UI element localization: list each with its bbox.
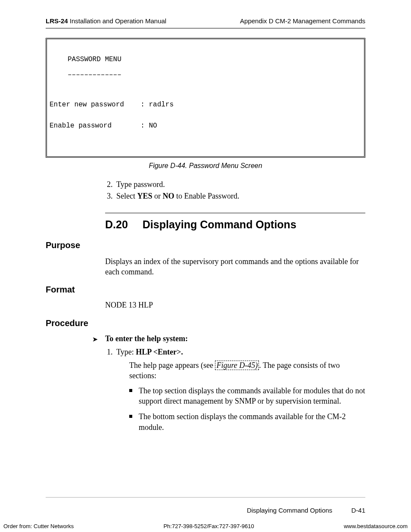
header-right: Appendix D CM-2 Management Commands (240, 17, 365, 25)
row1-label: Enter new password (50, 101, 124, 109)
step3-or: or (153, 192, 163, 200)
section-heading: D.20Displaying Command Options (105, 218, 365, 231)
footer-site: www.bestdatasource.com (344, 523, 408, 529)
screenbox-row-1: Enter new password : radlrs (50, 100, 364, 110)
section-divider (105, 213, 365, 213)
arrow-icon: ➤ (92, 335, 98, 343)
row2-label: Enable password (50, 122, 112, 130)
header-left-bold: LRS-24 (46, 17, 68, 25)
step3-yes: YES (137, 192, 152, 200)
screenbox-row-2: Enable password : NO (50, 121, 364, 131)
sections-list: The top section displays the commands av… (129, 386, 365, 432)
procedure-step-1: Type: HLP <Enter>. The help page appears… (115, 348, 365, 432)
page: LRS-24 Installation and Operation Manual… (0, 0, 411, 532)
header-left: LRS-24 Installation and Operation Manual (46, 17, 166, 25)
footer-order: Order from: Cutter Networks (3, 523, 74, 529)
procedure-lead: To enter the help system: (105, 334, 365, 343)
screenbox-title: PASSWORD MENU (68, 54, 364, 65)
figure-d45-link[interactable]: Figure D-45) (215, 361, 259, 370)
password-menu-screenbox: PASSWORD MENU ––––––––––––– Enter new pa… (46, 38, 365, 158)
footer-running-title: Displaying Command Options (247, 507, 332, 514)
purpose-text: Displays an index of the supervisory por… (105, 256, 365, 277)
figure-d44-caption: Figure D-44. Password Menu Screen (46, 162, 365, 170)
step-3: Select YES or NO to Enable Password. (115, 192, 365, 201)
running-header: LRS-24 Installation and Operation Manual… (46, 17, 365, 28)
footer-phone: Ph:727-398-5252/Fax:727-397-9610 (163, 523, 254, 529)
bullet-top-section: The top section displays the commands av… (129, 386, 365, 407)
sub-a: The help page appears (see (129, 361, 215, 370)
header-left-rest: Installation and Operation Manual (68, 17, 166, 25)
purpose-heading: Purpose (46, 240, 365, 250)
procedure-block: ➤ To enter the help system: Type: HLP <E… (92, 334, 365, 432)
step1-subpara: The help page appears (see Figure D-45).… (129, 360, 365, 381)
footer-running: Displaying Command Options D-41 (247, 507, 365, 514)
procedure-heading: Procedure (46, 318, 365, 328)
step3-part-b: to Enable Password. (174, 192, 240, 200)
steps-continuation: Type password. Select YES or NO to Enabl… (105, 180, 365, 201)
procedure-steps: Type: HLP <Enter>. The help page appears… (105, 348, 365, 432)
bullet-bottom-section: The bottom section displays the commands… (129, 411, 365, 432)
step1-prefix: Type: (116, 348, 136, 356)
section-title-text: Displaying Command Options (143, 218, 296, 230)
step1-bold: HLP <Enter>. (136, 348, 183, 356)
step-2: Type password. (115, 180, 365, 189)
format-heading: Format (46, 285, 365, 295)
section-number: D.20 (105, 218, 128, 230)
row1-value: : radlrs (140, 101, 174, 109)
footer-page-number: D-41 (351, 507, 365, 514)
step3-part-a: Select (116, 192, 137, 200)
format-text: NODE 13 HLP (105, 301, 365, 310)
footer-divider (46, 497, 365, 498)
step3-no: NO (163, 192, 174, 200)
screenbox-underline: ––––––––––––– (68, 74, 364, 76)
row2-value: : NO (140, 122, 157, 130)
steps-list: Type password. Select YES or NO to Enabl… (105, 180, 365, 201)
footer-vendor-line: Order from: Cutter Networks Ph:727-398-5… (0, 523, 411, 529)
